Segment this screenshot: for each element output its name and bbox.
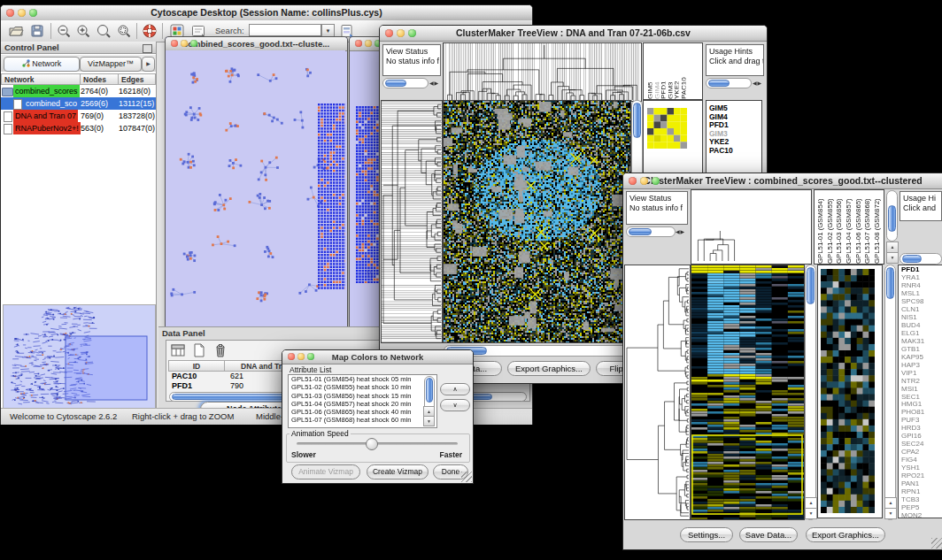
export-graphics-button[interactable]: Export Graphics...: [806, 527, 885, 542]
export-graphics-button[interactable]: Export Graphics...: [507, 361, 591, 376]
attribute-list-item[interactable]: GPL51-03 (GSM856) heat shock 15 min: [289, 392, 436, 400]
network-view-titlebar[interactable]: combined_scores_good.txt--cluste...: [166, 37, 347, 51]
gene-label[interactable]: YSH1: [901, 464, 942, 472]
scroll-down-icon[interactable]: ▼: [805, 508, 817, 519]
close-icon[interactable]: [385, 29, 393, 37]
heatmap-canvas[interactable]: [443, 100, 631, 343]
gene-label[interactable]: SEC24: [901, 441, 942, 449]
minimize-icon[interactable]: [365, 40, 372, 47]
resize-grip[interactable]: [461, 472, 472, 482]
zoom-heatmap-canvas[interactable]: [821, 269, 875, 513]
delete-attribute-icon[interactable]: [212, 342, 228, 358]
zoom-in-icon[interactable]: [75, 23, 91, 39]
column-label[interactable]: GIM3: [666, 46, 673, 99]
row-dendrogram-canvas[interactable]: [624, 265, 691, 520]
gene-label[interactable]: NIS1: [901, 314, 942, 322]
gene-label[interactable]: PFD1: [901, 266, 942, 274]
column-label[interactable]: GPL51-02 (GSM855): [826, 193, 836, 264]
new-attribute-icon[interactable]: [191, 342, 207, 358]
network-table-row[interactable]: combined_scores2764(0)16218(0): [1, 85, 156, 97]
help-lifering-icon[interactable]: [142, 23, 158, 39]
scroll-arrows[interactable]: ◀▶: [676, 228, 685, 234]
scroll-arrows[interactable]: ◀▶: [753, 80, 762, 86]
gene-label[interactable]: YRA1: [901, 274, 942, 282]
gene-label[interactable]: GTB1: [901, 346, 942, 354]
gene-label[interactable]: PUF3: [901, 417, 942, 425]
genelist-vscrollbar[interactable]: [884, 265, 896, 520]
heatmap-canvas[interactable]: [691, 265, 805, 520]
zoom-window-icon[interactable]: [408, 29, 416, 37]
scroll-arrows[interactable]: ◀▶: [429, 80, 439, 86]
tab-overflow-icon[interactable]: ▶: [142, 57, 155, 72]
treeview-dna-titlebar[interactable]: ClusterMaker TreeView : DNA and Tran 07-…: [380, 26, 767, 42]
minimize-icon[interactable]: [397, 29, 405, 37]
close-icon[interactable]: [288, 353, 295, 360]
column-header-edges[interactable]: Edges: [118, 73, 156, 85]
minimize-icon[interactable]: [297, 353, 305, 360]
attribute-select-icon[interactable]: [170, 342, 186, 358]
column-labels-scrollbar[interactable]: [886, 190, 898, 242]
gene-label[interactable]: KAP95: [901, 354, 942, 362]
float-panel-icon[interactable]: [143, 44, 152, 53]
gene-label[interactable]: RPN1: [901, 488, 942, 496]
move-down-button[interactable]: ∨: [440, 399, 470, 411]
column-dendrogram-canvas[interactable]: [443, 42, 642, 102]
tab-network[interactable]: Network: [4, 57, 80, 72]
gene-label[interactable]: CLN1: [901, 306, 942, 314]
close-icon[interactable]: [629, 177, 637, 185]
gene-label[interactable]: MAK31: [901, 338, 942, 346]
gene-label[interactable]: PAN1: [901, 480, 942, 488]
attribute-listbox[interactable]: GPL51-01 (GSM854) heat shock 05 minGPL51…: [288, 374, 437, 428]
gene-label[interactable]: HRD3: [901, 425, 942, 433]
move-up-button[interactable]: ∧: [440, 383, 470, 395]
view-status-scrollbar[interactable]: [382, 78, 429, 88]
tab-vizmapper[interactable]: VizMapper™: [80, 57, 142, 72]
minimize-icon[interactable]: [18, 9, 26, 17]
gene-label[interactable]: RPO21: [901, 472, 942, 480]
column-label[interactable]: GPL51-07 (GSM868): [863, 193, 873, 264]
zoom-fit-icon[interactable]: [116, 23, 132, 39]
gene-label[interactable]: SPC98: [901, 298, 942, 306]
zoom-matrix-canvas[interactable]: [647, 108, 687, 149]
create-vizmap-button[interactable]: Create Vizmap: [367, 464, 429, 479]
zoom-window-icon[interactable]: [652, 177, 660, 185]
gene-label[interactable]: VIP1: [901, 370, 942, 378]
gene-label[interactable]: HAP3: [901, 362, 942, 370]
scroll-down-icon[interactable]: ▼: [884, 508, 897, 519]
zoom-selected-icon[interactable]: [96, 23, 112, 39]
column-label[interactable]: YKE2: [672, 46, 679, 99]
column-label[interactable]: PAC10: [679, 46, 686, 99]
gene-label[interactable]: PEP5: [901, 504, 942, 512]
gene-label[interactable]: NTR2: [901, 378, 942, 386]
gene-label[interactable]: GPI16: [901, 433, 942, 441]
search-input[interactable]: [249, 24, 321, 36]
speed-slider-thumb[interactable]: [366, 438, 378, 450]
column-label[interactable]: GIM5: [645, 46, 652, 99]
gene-label[interactable]: TCB3: [901, 496, 942, 504]
minimize-icon[interactable]: [640, 177, 648, 185]
column-label[interactable]: PFD1: [659, 46, 666, 99]
window-controls[interactable]: [6, 9, 37, 17]
animate-vizmap-button[interactable]: Animate Vizmap: [291, 464, 360, 479]
gene-label[interactable]: CPA2: [901, 449, 942, 456]
settings-button[interactable]: Settings...: [680, 527, 733, 542]
column-label[interactable]: GPL51-03 (GSM856): [835, 193, 845, 264]
zoom-window-icon[interactable]: [307, 353, 314, 360]
gene-label[interactable]: MON2: [901, 512, 942, 518]
network-navigator[interactable]: [3, 304, 156, 410]
row-label[interactable]: PAC10: [709, 147, 761, 156]
gene-label[interactable]: RNR4: [901, 282, 942, 290]
attribute-list-item[interactable]: GPL51-01 (GSM854) heat shock 05 min: [289, 375, 436, 383]
scroll-down-icon[interactable]: ▼: [886, 252, 899, 264]
zoom-window-icon[interactable]: [29, 9, 37, 17]
save-data-button[interactable]: Save Data...: [739, 527, 798, 542]
resize-grip[interactable]: [931, 538, 942, 548]
zoom-window-icon[interactable]: [190, 40, 197, 47]
gene-label[interactable]: MSI1: [901, 386, 942, 394]
column-label[interactable]: GPL51-01 (GSM854): [816, 193, 826, 264]
view-status-scrollbar[interactable]: [626, 226, 676, 237]
gene-label[interactable]: ELG1: [901, 330, 942, 338]
column-label[interactable]: GIM4: [652, 46, 660, 99]
gene-label[interactable]: HMG1: [901, 401, 942, 409]
usage-hints-scrollbar[interactable]: [900, 253, 942, 265]
